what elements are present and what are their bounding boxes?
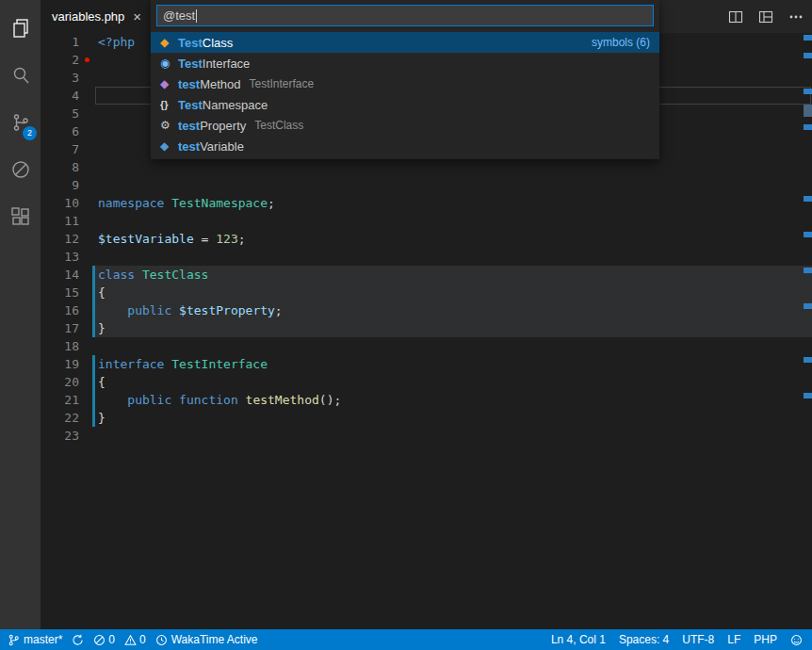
code-line[interactable]: 18 bbox=[41, 337, 812, 355]
status-bar-left: master* 0 bbox=[0, 629, 258, 650]
symbol-label: TestNamespace bbox=[178, 98, 268, 112]
line-number: 4 bbox=[41, 87, 79, 105]
close-icon[interactable]: × bbox=[133, 9, 141, 24]
sidebar-item-explorer[interactable] bbox=[0, 5, 41, 52]
line-number: 8 bbox=[41, 158, 79, 176]
overview-mark bbox=[804, 232, 812, 237]
split-editor-icon bbox=[728, 9, 743, 24]
quick-open-item[interactable]: ⚙testPropertyTestClass bbox=[151, 115, 659, 136]
sync-button[interactable] bbox=[72, 629, 84, 650]
quick-open-item[interactable]: ◆TestClasssymbols (6) bbox=[151, 32, 659, 53]
files-icon bbox=[9, 17, 32, 40]
quick-open-item[interactable]: {}TestNamespace bbox=[151, 94, 659, 115]
line-number: 14 bbox=[41, 266, 79, 284]
warning-icon bbox=[124, 634, 137, 646]
line-number: 2 bbox=[41, 51, 79, 69]
status-bar-right: Ln 4, Col 1 Spaces: 4 UTF-8 LF PHP bbox=[551, 629, 812, 650]
toggle-layout-button[interactable] bbox=[755, 7, 776, 27]
sidebar-item-extensions[interactable] bbox=[0, 193, 41, 240]
namespace-icon: {} bbox=[160, 99, 178, 110]
line-number: 10 bbox=[41, 194, 79, 212]
overview-mark bbox=[804, 53, 812, 58]
code-line[interactable]: 8 bbox=[41, 158, 812, 176]
quick-open-input-value: @test bbox=[163, 8, 195, 23]
code-line[interactable]: 16 public $testProperty; bbox=[41, 301, 812, 319]
code-line[interactable]: 21 public function testMethod(); bbox=[41, 391, 812, 409]
more-actions-button[interactable] bbox=[786, 7, 806, 27]
debug-icon bbox=[9, 158, 32, 181]
line-number: 20 bbox=[41, 373, 79, 391]
git-branch-indicator[interactable]: master* bbox=[8, 629, 62, 650]
overview-mark-light bbox=[804, 105, 812, 117]
feedback-smiley-icon bbox=[790, 634, 803, 646]
code-text: $testVariable = 123; bbox=[79, 230, 246, 248]
code-line[interactable]: 10namespace TestNamespace; bbox=[41, 194, 812, 212]
code-text: { bbox=[79, 284, 106, 301]
wakatime-status[interactable]: WakaTime Active bbox=[155, 629, 258, 650]
cursor-position[interactable]: Ln 4, Col 1 bbox=[551, 629, 606, 650]
code-line[interactable]: 12$testVariable = 123; bbox=[41, 230, 812, 248]
sync-icon bbox=[72, 634, 84, 646]
line-number: 21 bbox=[41, 391, 79, 409]
overview-mark bbox=[804, 89, 812, 94]
code-line[interactable]: 17} bbox=[41, 319, 812, 337]
tab-variables-php[interactable]: variables.php × bbox=[41, 0, 153, 33]
search-icon bbox=[9, 64, 32, 87]
quick-open-item[interactable]: ◆testMethodTestInterface bbox=[151, 73, 659, 94]
language-mode-indicator[interactable]: PHP bbox=[754, 629, 777, 650]
quick-open-item[interactable]: ◆testVariable bbox=[151, 136, 659, 156]
git-branch-icon bbox=[8, 634, 20, 646]
overview-mark bbox=[804, 357, 812, 363]
line-number: 5 bbox=[41, 105, 79, 122]
editor-area: variables.php × bbox=[41, 0, 812, 629]
status-bar: master* 0 bbox=[0, 629, 812, 650]
code-line[interactable]: 22} bbox=[41, 409, 812, 427]
class-icon: ◆ bbox=[160, 36, 178, 49]
code-line[interactable]: 13 bbox=[41, 248, 812, 266]
symbol-label: TestClass bbox=[178, 36, 233, 50]
feedback-button[interactable] bbox=[790, 629, 803, 650]
method-icon: ◆ bbox=[160, 77, 178, 90]
code-line[interactable]: 9 bbox=[41, 176, 812, 194]
interface-icon: ◉ bbox=[160, 57, 178, 70]
encoding-indicator[interactable]: UTF-8 bbox=[682, 629, 714, 650]
code-line[interactable]: 11 bbox=[41, 212, 812, 230]
text-cursor bbox=[196, 9, 197, 23]
error-icon bbox=[93, 634, 106, 646]
error-count: 0 bbox=[108, 633, 115, 646]
line-number: 18 bbox=[41, 337, 79, 355]
source-control-badge: 2 bbox=[23, 126, 37, 140]
line-number: 12 bbox=[41, 230, 79, 248]
symbol-label: testProperty bbox=[178, 119, 246, 133]
code-line[interactable]: 19interface TestInterface bbox=[41, 355, 812, 373]
line-number: 22 bbox=[41, 409, 79, 427]
overview-mark bbox=[804, 196, 812, 202]
line-number: 6 bbox=[41, 122, 79, 140]
line-number: 7 bbox=[41, 140, 79, 158]
indentation-indicator[interactable]: Spaces: 4 bbox=[619, 629, 669, 650]
code-text: { bbox=[79, 373, 106, 391]
quick-open-list: ◆TestClasssymbols (6)◉TestInterface◆test… bbox=[151, 32, 659, 156]
sidebar-item-source-control[interactable]: 2 bbox=[0, 99, 41, 146]
tab-label: variables.php bbox=[52, 9, 124, 24]
overview-ruler[interactable] bbox=[804, 33, 812, 629]
code-line[interactable]: 20{ bbox=[41, 373, 812, 391]
branch-name: master* bbox=[24, 633, 62, 646]
code-line[interactable]: 23 bbox=[41, 427, 812, 445]
editor-actions bbox=[725, 0, 806, 33]
code-line[interactable]: 15{ bbox=[41, 284, 812, 301]
split-editor-button[interactable] bbox=[725, 7, 746, 27]
eol-indicator[interactable]: LF bbox=[727, 629, 740, 650]
sidebar-item-debug[interactable] bbox=[0, 146, 41, 193]
variable-icon: ◆ bbox=[160, 139, 178, 153]
sidebar-item-search[interactable] bbox=[0, 52, 41, 99]
line-number: 23 bbox=[41, 427, 79, 445]
quick-open-item[interactable]: ◉TestInterface bbox=[151, 53, 659, 73]
code-text: public function testMethod(); bbox=[79, 391, 341, 409]
code-line[interactable]: 14class TestClass bbox=[41, 266, 812, 284]
property-icon: ⚙ bbox=[160, 119, 178, 132]
problems-indicator[interactable]: 0 0 bbox=[93, 629, 145, 650]
symbol-label: testVariable bbox=[178, 139, 244, 154]
ellipsis-icon bbox=[788, 9, 804, 24]
quick-open-input[interactable]: @test bbox=[156, 5, 654, 26]
